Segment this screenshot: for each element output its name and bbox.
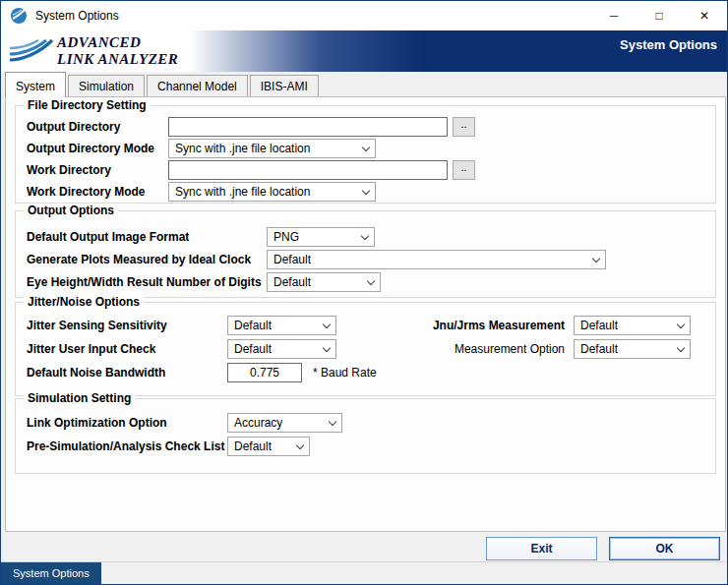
selected-value: Default xyxy=(580,319,618,332)
work-directory-input[interactable] xyxy=(168,160,448,180)
close-icon: ✕ xyxy=(699,9,709,23)
minimize-icon: ─ xyxy=(610,9,619,23)
selected-value: Accuracy xyxy=(234,416,282,430)
titlebar: System Options ─ □ ✕ xyxy=(1,1,727,30)
output-directory-mode-label: Output Directory Mode xyxy=(27,139,154,158)
status-chip-label: System Options xyxy=(13,567,90,579)
work-directory-label: Work Directory xyxy=(27,160,111,180)
exit-button[interactable]: Exit xyxy=(486,537,597,560)
image-format-select[interactable]: PNG xyxy=(267,227,375,247)
group-title-output-options: Output Options xyxy=(24,204,118,217)
tab-strip: System Simulation Channel Model IBIS-AMI xyxy=(5,72,321,96)
window-title: System Options xyxy=(35,9,119,23)
link-optimization-select[interactable]: Accuracy xyxy=(227,413,342,433)
group-file-directory-setting: File Directory Setting Output Directory … xyxy=(15,105,716,204)
exit-button-label: Exit xyxy=(530,542,552,556)
work-directory-mode-label: Work Directory Mode xyxy=(27,182,145,202)
logo-line1: ADVANCED xyxy=(57,34,178,51)
output-directory-label: Output Directory xyxy=(27,117,120,137)
group-simulation-setting: Simulation Setting Link Optimization Opt… xyxy=(15,398,716,474)
ideal-clock-plots-select[interactable]: Default xyxy=(267,250,606,269)
selected-value: Default xyxy=(234,319,272,332)
output-directory-input[interactable] xyxy=(168,117,448,137)
group-title-file-directory: File Directory Setting xyxy=(24,98,151,112)
status-chip: System Options xyxy=(1,562,101,584)
header-banner: ADVANCED LINK ANALYZER System Options xyxy=(1,30,727,72)
presim-checklist-select[interactable]: Default xyxy=(227,437,310,456)
tab-system[interactable]: System xyxy=(5,72,66,97)
ok-button[interactable]: OK xyxy=(609,537,720,560)
chevron-down-icon xyxy=(361,231,369,239)
chevron-down-icon xyxy=(677,320,685,327)
logo-line2: LINK ANALYZER xyxy=(57,51,178,68)
jitter-sensing-label: Jitter Sensing Sensitivity xyxy=(27,316,167,335)
noise-bandwidth-label: Default Noise Bandwidth xyxy=(27,363,165,382)
minimize-button[interactable]: ─ xyxy=(591,1,637,30)
presim-checklist-label: Pre-Simulation/Analysis Check List xyxy=(27,437,224,456)
app-icon xyxy=(10,7,28,25)
maximize-icon: □ xyxy=(655,9,662,23)
logo: ADVANCED LINK ANALYZER xyxy=(57,34,178,68)
window-controls: ─ □ ✕ xyxy=(591,1,727,30)
selected-value: Default xyxy=(273,275,311,289)
ok-button-label: OK xyxy=(656,542,674,556)
chevron-down-icon xyxy=(367,276,375,284)
selected-value: Default xyxy=(234,439,272,453)
selected-value: PNG xyxy=(273,230,299,244)
chevron-down-icon xyxy=(677,343,685,351)
chevron-down-icon xyxy=(323,343,331,351)
group-title-jitter-noise: Jitter/Noise Options xyxy=(24,295,144,309)
browse-label: .. xyxy=(460,118,466,130)
noise-bandwidth-input[interactable] xyxy=(227,363,302,382)
jitter-sensing-select[interactable]: Default xyxy=(227,316,336,335)
measurement-option-select[interactable]: Default xyxy=(574,339,691,359)
image-format-label: Default Output Image Format xyxy=(27,227,189,247)
browse-label: .. xyxy=(460,161,466,173)
jitter-user-input-check-select[interactable]: Default xyxy=(227,339,336,359)
tab-simulation[interactable]: Simulation xyxy=(68,75,145,96)
link-optimization-label: Link Optimization Option xyxy=(27,413,167,433)
group-title-simulation-setting: Simulation Setting xyxy=(24,391,135,405)
ideal-clock-plots-label: Generate Plots Measured by Ideal Clock xyxy=(27,250,251,269)
chevron-down-icon xyxy=(329,417,336,425)
system-options-window: System Options ─ □ ✕ ADVANCED LINK ANALY… xyxy=(0,0,728,585)
group-output-options: Output Options Default Output Image Form… xyxy=(15,210,716,298)
output-directory-mode-select[interactable]: Sync with .jne file location xyxy=(168,139,376,158)
selected-value: Default xyxy=(234,342,272,356)
logo-swoosh-icon xyxy=(9,36,54,70)
chevron-down-icon xyxy=(362,143,370,150)
baud-rate-suffix-label: * Baud Rate xyxy=(313,363,377,382)
selected-value: Default xyxy=(580,342,618,356)
chevron-down-icon xyxy=(296,440,304,448)
result-digits-select[interactable]: Default xyxy=(267,272,381,292)
tab-channel-model[interactable]: Channel Model xyxy=(147,75,248,96)
status-bar: System Options xyxy=(1,561,727,584)
work-directory-mode-select[interactable]: Sync with .jne file location xyxy=(168,182,376,202)
work-directory-browse-button[interactable]: .. xyxy=(453,160,475,180)
selected-value: Default xyxy=(273,253,311,266)
tab-ibis-ami[interactable]: IBIS-AMI xyxy=(250,75,319,96)
chevron-down-icon xyxy=(323,320,331,327)
jnu-jrms-label: Jnu/Jrms Measurement xyxy=(365,316,565,335)
jnu-jrms-select[interactable]: Default xyxy=(574,316,691,335)
jitter-user-input-check-label: Jitter User Input Check xyxy=(27,339,155,359)
output-directory-browse-button[interactable]: .. xyxy=(453,117,475,137)
group-jitter-noise-options: Jitter/Noise Options Jitter Sensing Sens… xyxy=(15,302,716,396)
chevron-down-icon xyxy=(592,254,600,262)
tab-page-system: File Directory Setting Output Directory … xyxy=(5,96,726,532)
selected-value: Sync with .jne file location xyxy=(175,185,310,199)
maximize-button[interactable]: □ xyxy=(637,1,682,30)
chevron-down-icon xyxy=(362,186,370,194)
result-digits-label: Eye Height/Width Result Number of Digits xyxy=(27,272,262,292)
selected-value: Sync with .jne file location xyxy=(175,142,310,155)
measurement-option-label: Measurement Option xyxy=(365,339,565,359)
banner-title: System Options xyxy=(620,37,717,52)
close-button[interactable]: ✕ xyxy=(682,1,727,30)
